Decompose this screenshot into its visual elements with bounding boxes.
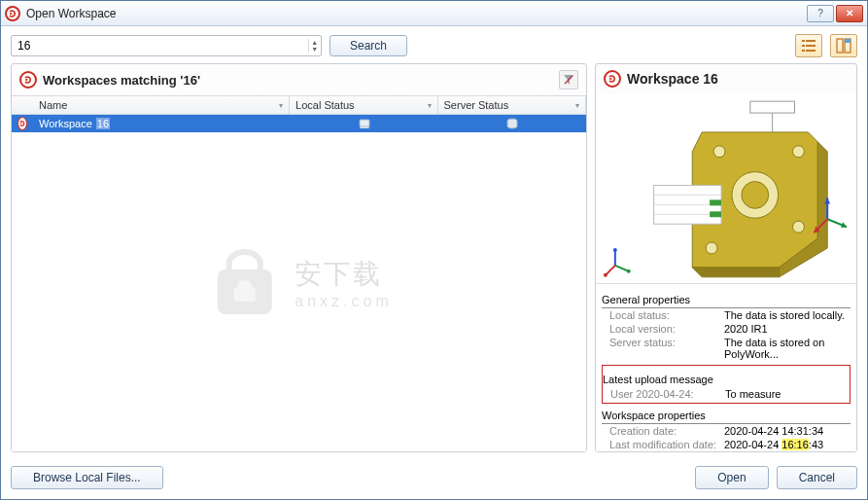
detail-title: Workspace 16 xyxy=(627,71,849,87)
table-body: Workspace 16 安下载 anxz.com xyxy=(12,115,586,451)
open-workspace-window: Open Workspace ? ✕ ▲▼ Search Workspaces … xyxy=(0,0,868,500)
title-bar: Open Workspace ? ✕ xyxy=(1,1,867,26)
search-input-wrapper: ▲▼ xyxy=(11,35,322,56)
svg-rect-2 xyxy=(802,45,805,47)
section-latest: Latest upload message xyxy=(603,372,850,387)
svg-rect-5 xyxy=(806,50,816,52)
svg-rect-24 xyxy=(710,199,721,205)
app-icon xyxy=(5,6,20,21)
prop-upload-msg: User 2020-04-24:To measure xyxy=(603,387,850,401)
list-view-button[interactable] xyxy=(795,34,822,57)
svg-rect-6 xyxy=(837,39,843,53)
svg-rect-10 xyxy=(360,120,369,126)
svg-point-17 xyxy=(706,242,717,254)
help-button[interactable]: ? xyxy=(807,5,834,22)
svg-point-19 xyxy=(742,182,769,209)
cell-local-status xyxy=(290,118,437,129)
search-input[interactable] xyxy=(12,36,308,55)
prop-creation-date: Creation date:2020-04-24 14:31:34 xyxy=(602,424,851,438)
detail-view-button[interactable] xyxy=(830,34,857,57)
cancel-button[interactable]: Cancel xyxy=(777,466,857,489)
svg-point-16 xyxy=(792,221,804,232)
search-history-chevron[interactable]: ▲▼ xyxy=(308,39,321,53)
local-disk-icon xyxy=(359,118,370,129)
footer: Browse Local Files... Open Cancel xyxy=(1,458,867,499)
col-icon[interactable] xyxy=(12,96,33,114)
detail-panel: Workspace 16 xyxy=(595,63,857,452)
svg-rect-1 xyxy=(806,40,816,42)
clear-filter-button[interactable] xyxy=(559,70,578,89)
detail-icon xyxy=(604,70,621,88)
filter-icon[interactable]: ▾ xyxy=(428,101,432,110)
workspace-preview xyxy=(596,93,856,284)
col-server-status[interactable]: Server Status▾ xyxy=(438,96,586,114)
prop-local-version: Local version:2020 IR1 xyxy=(602,322,851,336)
col-name[interactable]: Name▾ xyxy=(33,96,290,114)
prop-local-status: Local status:The data is stored locally. xyxy=(602,308,851,322)
results-table: Name▾ Local Status▾ Server Status▾ Works… xyxy=(12,95,586,451)
svg-rect-26 xyxy=(750,101,795,113)
cell-name: Workspace 16 xyxy=(33,118,290,129)
results-icon xyxy=(19,71,37,89)
svg-point-35 xyxy=(613,248,617,252)
svg-line-38 xyxy=(606,266,615,275)
svg-line-36 xyxy=(615,266,629,271)
svg-point-37 xyxy=(627,269,631,273)
svg-point-15 xyxy=(792,146,804,158)
window-title: Open Workspace xyxy=(26,7,807,20)
server-db-icon xyxy=(506,118,518,129)
watermark: 安下载 anxz.com xyxy=(205,244,392,322)
col-local-status[interactable]: Local Status▾ xyxy=(290,96,437,114)
table-header: Name▾ Local Status▾ Server Status▾ xyxy=(12,96,586,115)
section-workspace: Workspace properties xyxy=(602,408,851,424)
svg-point-14 xyxy=(713,146,725,158)
latest-upload-box: Latest upload message User 2020-04-24:To… xyxy=(602,365,851,404)
svg-rect-8 xyxy=(845,39,851,43)
cell-server-status xyxy=(438,118,586,129)
prop-server-status: Server status:The data is stored on Poly… xyxy=(602,336,851,361)
svg-point-39 xyxy=(604,273,608,277)
svg-rect-4 xyxy=(802,50,805,52)
close-button[interactable]: ✕ xyxy=(836,5,863,22)
svg-rect-13 xyxy=(217,269,271,314)
svg-rect-11 xyxy=(360,126,369,128)
search-toolbar: ▲▼ Search xyxy=(1,26,867,63)
search-button[interactable]: Search xyxy=(330,35,407,56)
results-panel: Workspaces matching '16' Name▾ Local Sta… xyxy=(11,63,587,452)
svg-rect-25 xyxy=(710,211,721,217)
filter-icon[interactable]: ▾ xyxy=(575,101,579,110)
results-title: Workspaces matching '16' xyxy=(43,73,553,88)
filter-icon[interactable]: ▾ xyxy=(279,101,283,110)
detail-properties: General properties Local status:The data… xyxy=(596,284,856,451)
browse-local-button[interactable]: Browse Local Files... xyxy=(11,466,163,489)
section-general: General properties xyxy=(602,292,851,308)
workspace-icon xyxy=(17,117,27,130)
table-row[interactable]: Workspace 16 xyxy=(12,115,586,132)
open-button[interactable]: Open xyxy=(695,466,768,489)
svg-rect-3 xyxy=(806,45,816,47)
prop-mod-date: Last modification date:2020-04-24 16:16:… xyxy=(602,438,851,451)
svg-rect-0 xyxy=(802,40,805,42)
